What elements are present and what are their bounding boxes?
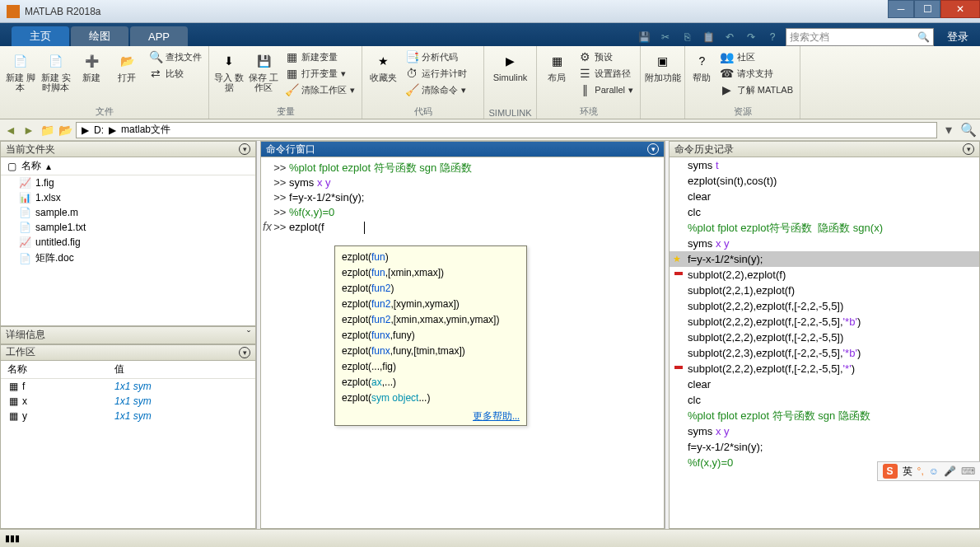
- history-item[interactable]: syms x y: [670, 423, 979, 439]
- compare-button[interactable]: ⇄比较: [146, 66, 205, 81]
- addons-button[interactable]: ▣附加功能: [644, 48, 681, 82]
- parallel-button[interactable]: ‖Parallel ▾: [575, 82, 637, 97]
- hint-item[interactable]: ezplot(fun,[xmin,xmax]): [342, 265, 520, 281]
- new-live-script-button[interactable]: 📄新建 实时脚本: [39, 48, 72, 92]
- ime-punct-icon[interactable]: °,: [917, 465, 924, 477]
- path-search-icon[interactable]: 🔍: [960, 122, 977, 138]
- learn-matlab-button[interactable]: ▶了解 MATLAB: [717, 82, 796, 97]
- more-help-link[interactable]: 更多帮助...: [342, 406, 520, 423]
- history-item[interactable]: ezplot(sin(t),cos(t)): [670, 173, 979, 189]
- name-column[interactable]: 名称: [21, 159, 41, 173]
- history-item[interactable]: clear: [670, 376, 979, 392]
- history-item[interactable]: clear: [670, 189, 979, 204]
- workspace-row[interactable]: ▦y1x1 sym: [1, 409, 255, 423]
- details-header[interactable]: 详细信息ˇ: [0, 326, 256, 344]
- history-item[interactable]: f=y-x-1/2*sin(y);: [670, 439, 979, 455]
- history-item[interactable]: subplot(2,2,2),ezplot(f,[-2,2,-5,5]): [670, 298, 979, 314]
- hint-item[interactable]: ezplot(funx,funy): [342, 328, 520, 344]
- hint-item[interactable]: ezplot(fun2): [342, 281, 520, 297]
- find-files-button[interactable]: 🔍查找文件: [146, 49, 205, 64]
- run-and-time-button[interactable]: ⏱运行并计时: [402, 66, 470, 81]
- login-button[interactable]: 登录: [939, 30, 977, 44]
- new-variable-button[interactable]: ▦新建变量: [282, 49, 358, 64]
- clear-workspace-button[interactable]: 🧹清除工作区 ▾: [282, 82, 358, 97]
- hint-item[interactable]: ezplot(fun): [342, 250, 520, 265]
- panel-menu-icon[interactable]: ▾: [963, 143, 974, 155]
- panel-menu-icon[interactable]: ▾: [239, 347, 250, 358]
- file-item[interactable]: 📊1.xlsx: [1, 190, 255, 205]
- import-data-button[interactable]: ⬇导入 数据: [212, 48, 245, 92]
- history-item[interactable]: subplot(2,2,1),ezplot(f): [670, 283, 979, 298]
- history-item[interactable]: %plot fplot ezplot符号函数 隐函数 sgn(x): [670, 220, 979, 236]
- new-script-button[interactable]: 📄新建 脚本: [3, 48, 37, 92]
- open-variable-button[interactable]: ▦打开变量 ▾: [282, 66, 358, 81]
- history-item[interactable]: ★f=y-x-1/2*sin(y);: [670, 251, 979, 267]
- save-icon[interactable]: 💾: [636, 29, 652, 45]
- ws-value-column[interactable]: 值: [108, 361, 131, 378]
- file-item[interactable]: 📈1.fig: [1, 175, 255, 190]
- set-path-button[interactable]: ☰设置路径: [575, 66, 637, 81]
- current-folder-list[interactable]: ▢名称 ▴ 📈1.fig📊1.xlsx📄sample.m📄sample1.txt…: [0, 157, 256, 326]
- file-item[interactable]: 📈untitled.fig: [1, 235, 255, 250]
- history-item[interactable]: clc: [670, 204, 979, 220]
- layout-button[interactable]: ▦布局: [540, 48, 573, 82]
- workspace-header[interactable]: 工作区▾: [0, 344, 256, 361]
- history-item[interactable]: subplot(2,2,3),ezplot(f,[-2,2,-5,5],'*b'…: [670, 345, 979, 361]
- path-dropdown-icon[interactable]: ▾: [940, 122, 957, 138]
- hint-item[interactable]: ezplot(fun2,[xymin,xymax]): [342, 297, 520, 312]
- hint-item[interactable]: ezplot(...,fig): [342, 359, 520, 375]
- request-support-button[interactable]: ☎请求支持: [717, 66, 796, 81]
- help-button[interactable]: ?帮助: [688, 48, 716, 82]
- history-item[interactable]: syms t: [670, 157, 979, 173]
- ime-mic-icon[interactable]: 🎤: [944, 465, 956, 477]
- search-docs-input[interactable]: 搜索文档🔍: [786, 28, 934, 46]
- paste-icon[interactable]: 📋: [700, 29, 716, 45]
- workspace-list[interactable]: 名称值 ▦f1x1 sym▦x1x1 sym▦y1x1 sym: [0, 361, 256, 530]
- workspace-row[interactable]: ▦f1x1 sym: [1, 379, 255, 394]
- command-history-header[interactable]: 命令历史记录▾: [669, 141, 980, 157]
- preferences-button[interactable]: ⚙预设: [575, 49, 637, 64]
- path-input[interactable]: ▶D:▶matlab文件: [76, 122, 937, 138]
- close-button[interactable]: ✕: [940, 0, 980, 18]
- new-button[interactable]: ➕新建: [75, 48, 109, 82]
- analyze-code-button[interactable]: 📑分析代码: [402, 49, 470, 64]
- back-icon[interactable]: ◄: [3, 123, 18, 138]
- history-item[interactable]: %plot fplot ezplot 符号函数 sgn 隐函数: [670, 408, 979, 423]
- fx-icon[interactable]: fx: [263, 220, 272, 233]
- history-item[interactable]: subplot(2,2,2),ezplot(f,[-2,2,-5,5],'*b'…: [670, 314, 979, 330]
- hint-item[interactable]: ezplot(funx,funy,[tmin,tmax]): [342, 344, 520, 359]
- tab-apps[interactable]: APP: [130, 26, 188, 46]
- clear-commands-button[interactable]: 🧹清除命令 ▾: [402, 82, 470, 97]
- file-item[interactable]: 📄矩阵.doc: [1, 250, 255, 267]
- hint-item[interactable]: ezplot(fun2,[xmin,xmax,ymin,ymax]): [342, 312, 520, 328]
- minimize-button[interactable]: ─: [888, 0, 914, 18]
- community-button[interactable]: 👥社区: [717, 49, 796, 64]
- hint-item[interactable]: ezplot(ax,...): [342, 375, 520, 390]
- hint-item[interactable]: ezplot(sym object...): [342, 390, 520, 406]
- file-item[interactable]: 📄sample.m: [1, 205, 255, 220]
- redo-icon[interactable]: ↷: [743, 29, 759, 45]
- history-item[interactable]: subplot(2,2,2),ezplot(f,[-2,2,-5,5],'*'): [670, 361, 979, 376]
- ime-emoji-icon[interactable]: ☺: [929, 465, 939, 477]
- panel-menu-icon[interactable]: ▾: [239, 143, 250, 155]
- cut-icon[interactable]: ✂: [657, 29, 674, 45]
- history-item[interactable]: syms x y: [670, 236, 979, 251]
- open-button[interactable]: 📂打开: [110, 48, 144, 82]
- forward-icon[interactable]: ►: [21, 123, 36, 138]
- ime-keyboard-icon[interactable]: ⌨: [961, 465, 975, 477]
- workspace-row[interactable]: ▦x1x1 sym: [1, 394, 255, 409]
- history-item[interactable]: clc: [670, 392, 979, 408]
- simulink-button[interactable]: ▶Simulink: [488, 48, 533, 82]
- maximize-button[interactable]: ☐: [914, 0, 940, 18]
- tab-home[interactable]: 主页: [12, 26, 69, 46]
- file-item[interactable]: 📄sample1.txt: [1, 220, 255, 235]
- favorites-button[interactable]: ★收藏夹: [366, 48, 400, 82]
- history-item[interactable]: subplot(2,2,2),ezplot(f,[-2,2,-5,5]): [670, 330, 979, 345]
- command-window-header[interactable]: 命令行窗口▾: [260, 141, 665, 157]
- ime-toolbar[interactable]: S 英 °, ☺ 🎤 ⌨: [877, 461, 980, 481]
- tab-plots[interactable]: 绘图: [71, 26, 128, 46]
- save-workspace-button[interactable]: 💾保存 工作区: [247, 48, 280, 92]
- history-item[interactable]: subplot(2,2),ezplot(f): [670, 267, 979, 283]
- up-folder-icon[interactable]: 📁: [40, 123, 54, 138]
- copy-icon[interactable]: ⎘: [679, 29, 695, 45]
